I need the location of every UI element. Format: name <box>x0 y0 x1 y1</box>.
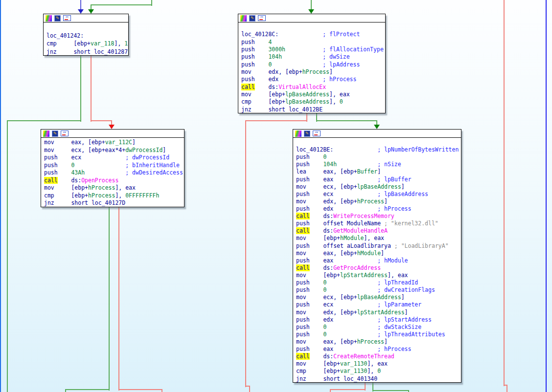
asm-token: push <box>296 286 323 293</box>
asm-line[interactable]: call ds:VirtualAllocEx <box>241 84 385 91</box>
asm-token <box>272 61 322 68</box>
group-node-icon[interactable]: ↔ <box>63 15 71 21</box>
asm-line[interactable]: push 3000h ; flAllocationType <box>241 46 385 53</box>
asm-line[interactable]: jnz short loc_40127D <box>44 199 184 207</box>
edit-node-icon[interactable]: ✎ <box>304 131 310 137</box>
asm-line[interactable]: push ecx ; lpBaseAddress <box>296 191 461 198</box>
graph-node-loc_401242[interactable]: ✎↔ loc_401242:cmp [ebp+var_118], 1jnz sh… <box>43 14 129 56</box>
asm-line[interactable]: push edx ; hProcess <box>296 205 461 213</box>
node-title-bar[interactable]: ✎↔ <box>44 14 128 22</box>
edit-node-icon[interactable]: ✎ <box>52 131 58 137</box>
asm-line[interactable]: call ds:GetProcAddress <box>296 264 461 272</box>
asm-line[interactable]: jnz short loc_4012BE <box>241 106 385 113</box>
asm-token: call <box>296 213 310 219</box>
asm-line[interactable]: mov [ebp+hProcess], eax <box>44 184 184 192</box>
asm-line[interactable]: push 0 ; lpAddress <box>241 61 385 68</box>
asm-line[interactable]: push 0 ; dwCreationFlags <box>296 286 461 294</box>
asm-line[interactable]: cmp [ebp+hProcess], 0FFFFFFFFh <box>44 192 184 200</box>
group-node-icon[interactable]: ↔ <box>313 131 321 136</box>
asm-line[interactable]: mov [ebp+var_1130], eax <box>296 360 461 368</box>
asm-line[interactable]: call ds:GetModuleHandleA <box>296 227 461 235</box>
asm-token: mov ecx, [ebp+eax*4+ <box>44 147 125 153</box>
asm-token: CreateRemoteThread <box>333 353 394 360</box>
node-title-bar[interactable]: ✎↔ <box>238 14 385 22</box>
asm-line[interactable]: jnz short loc_401340 <box>296 375 461 383</box>
graph-node-openprocess_block[interactable]: ✎↔mov eax, [ebp+var_112C]mov ecx, [ebp+e… <box>41 129 184 207</box>
asm-token: loc_4012BE: <box>296 146 377 153</box>
asm-line[interactable]: push offset ModuleName ; "kernel32.dll" <box>296 220 461 227</box>
asm-line[interactable]: mov eax, [ebp+hProcess] <box>296 338 461 346</box>
asm-line[interactable]: mov [ebp+hModule], eax <box>296 235 461 242</box>
asm-token: Buffer <box>357 168 378 175</box>
group-node-icon[interactable]: ↔ <box>258 15 266 21</box>
asm-line[interactable]: push 0 ; lpThreadAttributes <box>296 331 461 338</box>
asm-line[interactable]: cmp [ebp+lpBaseAddress], 0 <box>241 98 385 106</box>
asm-line[interactable]: loc_4012BE: ; lpNumberOfBytesWritten <box>296 146 461 153</box>
asm-line[interactable]: push 43Ah ; dwDesiredAccess <box>44 169 184 177</box>
asm-line[interactable] <box>296 139 461 146</box>
asm-line[interactable]: mov ecx, [ebp+lpBaseAddress] <box>296 183 461 191</box>
asm-line[interactable]: cmp [ebp+var_118], 1 <box>46 40 128 48</box>
asm-line[interactable]: mov ecx, [ebp+lpBaseAddress] <box>296 294 461 301</box>
asm-token: var_112C <box>105 139 132 146</box>
disassembly-graph-view[interactable]: ✎↔ loc_401242:cmp [ebp+var_118], 1jnz sh… <box>0 0 552 392</box>
edit-node-icon[interactable]: ✎ <box>54 15 61 22</box>
asm-line[interactable]: mov [ebp+lpBaseAddress], eax <box>241 91 385 98</box>
asm-line[interactable]: mov [ebp+lpStartAddress], eax <box>296 272 461 279</box>
asm-token: mov ecx, [ebp+ <box>296 183 357 190</box>
asm-line[interactable]: push 104h ; dwSize <box>241 53 385 61</box>
asm-token: dwProcessId <box>125 147 162 153</box>
asm-line[interactable]: push edx ; lpStartAddress <box>296 316 461 324</box>
node-color-icon[interactable] <box>46 15 52 22</box>
asm-line[interactable]: push 0 <box>296 153 461 161</box>
asm-line[interactable]: mov edx, [ebp+hProcess] <box>296 198 461 205</box>
asm-token: cmp [ebp+ <box>44 192 88 199</box>
node-title-bar[interactable]: ✎↔ <box>41 130 184 138</box>
node-title-bar[interactable]: ✎↔ <box>293 130 461 138</box>
asm-line[interactable]: push 104h ; nSize <box>296 161 461 168</box>
asm-line[interactable]: mov eax, [ebp+var_112C] <box>44 139 184 147</box>
asm-line[interactable]: mov edx, [ebp+hProcess] <box>241 68 385 76</box>
asm-line[interactable]: push ecx ; dwProcessId <box>44 154 184 162</box>
asm-line[interactable]: jnz short loc_401287 <box>46 48 128 56</box>
asm-token: push eax <box>296 257 377 264</box>
node-color-icon[interactable] <box>43 131 49 137</box>
asm-line[interactable]: push eax ; hProcess <box>296 346 461 353</box>
asm-line[interactable]: mov eax, [ebp+hModule] <box>296 250 461 257</box>
asm-token: ], <box>115 192 125 199</box>
edit-node-icon[interactable]: ✎ <box>249 15 255 22</box>
graph-node-loc_4012BE[interactable]: ✎↔ loc_4012BE: ; lpNumberOfBytesWrittenp… <box>293 129 461 383</box>
asm-line[interactable]: loc_40128C: ; flProtect <box>241 31 385 38</box>
group-node-icon[interactable]: ↔ <box>61 131 69 136</box>
graph-edge-red <box>330 390 331 392</box>
asm-line[interactable]: push 0 ; dwStackSize <box>296 324 461 331</box>
edge-arrowhead <box>308 9 314 14</box>
node-color-icon[interactable] <box>240 15 247 22</box>
asm-line[interactable]: mov edx, [ebp+lpStartAddress] <box>296 309 461 316</box>
node-color-icon[interactable] <box>295 131 301 137</box>
asm-line[interactable] <box>241 23 385 31</box>
asm-line[interactable]: lea eax, [ebp+Buffer] <box>296 168 461 175</box>
asm-line[interactable]: mov ecx, [ebp+eax*4+dwProcessId] <box>44 147 184 154</box>
asm-token: lpBaseAddress <box>357 294 401 301</box>
asm-line[interactable]: push 4 <box>241 39 385 46</box>
asm-line[interactable]: loc_401242: <box>46 32 128 40</box>
asm-token: ; nSize <box>377 161 401 168</box>
graph-node-loc_40128C[interactable]: ✎↔ loc_40128C: ; flProtectpush 4push 300… <box>238 14 386 113</box>
asm-line[interactable]: call ds:CreateRemoteThread <box>296 353 461 360</box>
asm-line[interactable]: push edx ; hProcess <box>241 76 385 83</box>
asm-token <box>74 162 125 169</box>
asm-token: lpBaseAddress <box>357 183 401 190</box>
asm-token: hProcess <box>88 192 115 199</box>
asm-token: ; hProcess <box>322 76 356 83</box>
asm-line[interactable]: push 0 ; lpThreadId <box>296 279 461 286</box>
asm-line[interactable]: push 0 ; bInheritHandle <box>44 162 184 170</box>
asm-line[interactable] <box>46 23 128 32</box>
asm-line[interactable]: push offset aLoadlibrarya ; "LoadLibrary… <box>296 242 461 250</box>
asm-line[interactable]: cmp [ebp+var_1130], 0 <box>296 368 461 375</box>
asm-line[interactable]: call ds:WriteProcessMemory <box>296 213 461 220</box>
asm-line[interactable]: push ecx ; lpParameter <box>296 301 461 308</box>
asm-line[interactable]: push eax ; hModule <box>296 257 461 264</box>
asm-line[interactable]: push eax ; lpBuffer <box>296 176 461 183</box>
asm-line[interactable]: call ds:OpenProcess <box>44 177 184 185</box>
